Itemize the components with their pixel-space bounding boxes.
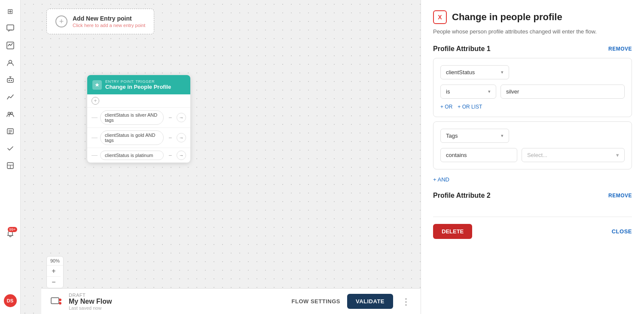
panel-icon: X [433, 10, 447, 24]
attr1-card1: clientStatus ▾ is ▾ + OR + OR LIST [433, 58, 632, 117]
zoom-level-label: 90% [47, 257, 63, 266]
add-entry-point-card[interactable]: + Add New Entry point Click here to add … [46, 9, 154, 34]
svg-point-16 [59, 299, 61, 301]
right-panel: X Change in people profile People whose … [421, 0, 644, 314]
layout-icon[interactable] [3, 158, 18, 173]
tags-value: Tags [446, 133, 458, 139]
canvas: + Add New Entry point Click here to add … [21, 0, 421, 314]
draft-label: DRAFT [69, 293, 287, 298]
row-label: clientStatus is platinum [100, 151, 164, 160]
panel-description: People whose person profile attributes c… [433, 28, 632, 35]
value-input[interactable] [501, 85, 625, 99]
chart-icon[interactable] [3, 89, 18, 105]
table-row: clientStatus is silver AND tags − → [87, 108, 190, 128]
panel-title-row: X Change in people profile [433, 10, 632, 24]
condition-value: is [446, 88, 450, 95]
table-row: clientStatus is platinum − → [87, 148, 190, 163]
trigger-label: ENTRY POINT: TRIGGER [105, 79, 171, 84]
zoom-controls: 90% + − [46, 256, 64, 288]
trigger-body: + clientStatus is silver AND tags − → cl… [87, 94, 190, 163]
client-status-select[interactable]: clientStatus ▾ [440, 65, 509, 79]
or-button[interactable]: + OR [440, 104, 452, 110]
checklist-icon[interactable] [3, 141, 18, 156]
notification-badge: 99+ [8, 227, 17, 232]
minus-icon[interactable]: − [166, 151, 174, 159]
attr2-title: Profile Attribute 2 [433, 192, 491, 199]
attr1-remove-button[interactable]: REMOVE [608, 46, 632, 52]
sidebar: ⊞ 99+ DS [0, 0, 21, 314]
attr1-card2: Tags ▾ contains Select... ▾ [433, 121, 632, 169]
people-icon[interactable] [3, 106, 18, 122]
svg-point-5 [11, 80, 12, 81]
tags-value-select[interactable]: Select... ▾ [522, 148, 625, 162]
client-status-value: clientStatus [446, 69, 475, 75]
chevron-down-icon: ▾ [488, 89, 491, 94]
svg-point-17 [59, 302, 61, 305]
bot-icon[interactable] [3, 72, 18, 88]
footer: DRAFT My New Flow Last saved now FLOW SE… [41, 288, 421, 314]
panel-title: Change in people profile [452, 12, 562, 23]
attr1-tags-row: Tags ▾ [440, 129, 625, 143]
arrow-button[interactable]: → [177, 151, 186, 160]
row-label: clientStatus is gold AND tags [100, 130, 164, 145]
contains-row: contains Select... ▾ [440, 148, 625, 162]
user-avatar[interactable]: DS [4, 294, 17, 307]
row-label: clientStatus is silver AND tags [100, 110, 164, 125]
arrow-button[interactable]: → [177, 113, 186, 122]
list-icon[interactable] [3, 124, 18, 139]
plus-icon: + [55, 15, 67, 27]
profile-attribute-2-section: Profile Attribute 2 REMOVE [433, 192, 632, 205]
trigger-header: ENTRY POINT: TRIGGER Change in People Pr… [87, 75, 190, 94]
panel-footer: DELETE CLOSE [433, 217, 632, 239]
trigger-add-row: + [87, 94, 190, 108]
zoom-out-button[interactable]: − [47, 277, 61, 288]
attr1-title: Profile Attribute 1 [433, 45, 491, 53]
minus-icon[interactable]: − [166, 114, 174, 121]
and-button[interactable]: + AND [433, 176, 449, 183]
validate-button[interactable]: VALIDATE [347, 294, 393, 309]
arrow-button[interactable]: → [177, 133, 186, 142]
footer-actions: FLOW SETTINGS VALIDATE ⋮ [292, 294, 412, 309]
or-list-button[interactable]: + OR LIST [458, 104, 482, 110]
flow-name: My New Flow [69, 298, 287, 305]
more-options-button[interactable]: ⋮ [400, 295, 412, 308]
add-row-button[interactable]: + [92, 97, 99, 105]
connector-line [92, 155, 98, 156]
profile-attribute-1-section: Profile Attribute 1 REMOVE clientStatus … [433, 45, 632, 183]
chevron-down-icon: ▾ [501, 133, 504, 139]
analytics-icon[interactable] [3, 38, 18, 53]
notification-icon[interactable]: 99+ [3, 226, 18, 242]
or-buttons: + OR + OR LIST [440, 104, 625, 110]
close-button[interactable]: CLOSE [612, 228, 632, 235]
attr2-remove-button[interactable]: REMOVE [608, 193, 632, 199]
condition-select[interactable]: is ▾ [440, 85, 496, 99]
last-saved: Last saved now [69, 305, 287, 311]
svg-rect-15 [51, 298, 59, 304]
connector-line [92, 118, 98, 118]
trigger-node: ENTRY POINT: TRIGGER Change in People Pr… [87, 75, 190, 163]
zoom-in-button[interactable]: + [47, 266, 61, 277]
attr2-header: Profile Attribute 2 REMOVE [433, 192, 632, 199]
flow-settings-button[interactable]: FLOW SETTINGS [292, 298, 340, 305]
contains-value: contains [446, 152, 467, 158]
chevron-down-icon: ▾ [501, 69, 504, 75]
table-row: clientStatus is gold AND tags − → [87, 128, 190, 148]
contacts-icon[interactable] [3, 55, 18, 70]
grid-icon[interactable]: ⊞ [3, 3, 18, 19]
flow-icon [50, 296, 64, 308]
tags-select[interactable]: Tags ▾ [440, 129, 509, 143]
contains-select[interactable]: contains [440, 148, 517, 162]
tags-placeholder: Select... [527, 152, 547, 158]
trigger-icon [92, 80, 102, 90]
footer-info: DRAFT My New Flow Last saved now [69, 293, 287, 311]
entry-point-title: Add New Entry point [73, 15, 145, 22]
attr1-field-row: clientStatus ▾ [440, 65, 625, 79]
trigger-name: Change in People Profile [105, 84, 171, 90]
svg-point-4 [9, 80, 10, 81]
minus-icon[interactable]: − [166, 134, 174, 142]
svg-rect-0 [7, 25, 14, 30]
entry-point-subtitle: Click here to add a new entry point [73, 23, 145, 28]
svg-rect-3 [7, 78, 13, 82]
delete-button[interactable]: DELETE [433, 224, 472, 239]
chat-icon[interactable] [3, 21, 18, 36]
